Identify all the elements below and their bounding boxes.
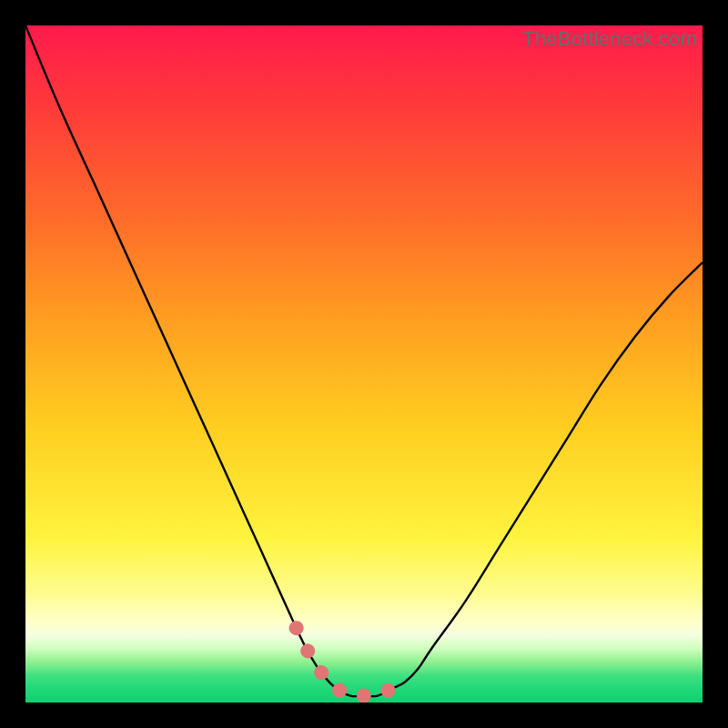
plot-area: TheBottleneck.com (25, 25, 703, 703)
chart-frame: TheBottleneck.com (0, 0, 728, 728)
chart-svg (25, 25, 703, 703)
highlight-segment-line (297, 628, 405, 695)
curve-line (25, 25, 703, 696)
watermark-text: TheBottleneck.com (522, 27, 697, 51)
